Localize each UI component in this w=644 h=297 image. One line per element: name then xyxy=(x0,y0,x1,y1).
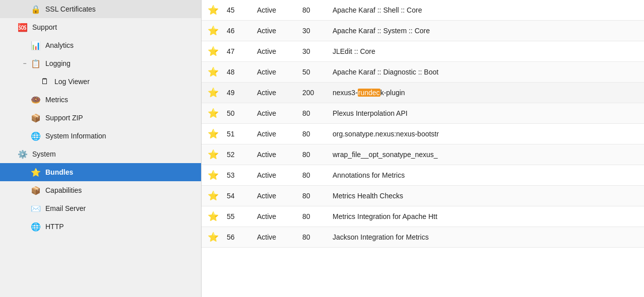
bundle-icon: ⭐ xyxy=(208,211,219,221)
bundle-icon: ⭐ xyxy=(208,108,219,118)
bundle-icon-cell: ⭐ xyxy=(202,186,221,206)
bundle-icon-cell: ⭐ xyxy=(202,83,221,103)
bundle-icon: ⭐ xyxy=(208,5,219,15)
bundle-level: 80 xyxy=(296,144,327,165)
bundle-icon: ⭐ xyxy=(208,88,219,98)
bundle-icon: ⭐ xyxy=(208,150,219,160)
sidebar-item-logging[interactable]: −📋Logging xyxy=(0,54,201,72)
expand-icon-logging[interactable]: − xyxy=(21,60,28,67)
support-icon: 🆘 xyxy=(17,22,28,33)
bundle-icon: ⭐ xyxy=(208,170,219,180)
bundle-icon: ⭐ xyxy=(208,46,219,56)
bundle-level: 200 xyxy=(296,83,327,103)
bundle-icon-cell: ⭐ xyxy=(202,165,221,186)
bundle-status: Active xyxy=(251,62,296,83)
sidebar-item-http[interactable]: 🌐HTTP xyxy=(0,217,201,236)
table-row[interactable]: ⭐54Active80Metrics Health Checks xyxy=(202,186,644,206)
bundle-icon-cell: ⭐ xyxy=(202,0,221,21)
metrics-icon: 🍩 xyxy=(30,94,41,105)
table-row[interactable]: ⭐47Active30JLEdit :: Core xyxy=(202,41,644,62)
bundle-name: org.sonatype.nexus:nexus-bootstr xyxy=(327,124,644,144)
capabilities-icon: 📦 xyxy=(30,185,41,196)
bundle-status: Active xyxy=(251,227,296,248)
table-row[interactable]: ⭐50Active80Plexus Interpolation API xyxy=(202,103,644,124)
bundle-icon-cell: ⭐ xyxy=(202,206,221,227)
bundle-name: JLEdit :: Core xyxy=(327,41,644,62)
bundle-id: 45 xyxy=(221,0,251,21)
sidebar-item-capabilities[interactable]: 📦Capabilities xyxy=(0,181,201,199)
table-row[interactable]: ⭐45Active80Apache Karaf :: Shell :: Core xyxy=(202,0,644,21)
bundle-icon: ⭐ xyxy=(208,129,219,139)
logging-icon: 📋 xyxy=(30,58,41,69)
analytics-icon: 📊 xyxy=(30,40,41,51)
sidebar-label-metrics: Metrics xyxy=(45,96,68,104)
bundle-icon-cell: ⭐ xyxy=(202,62,221,83)
bundle-name-after: k-plugin xyxy=(380,89,405,97)
sidebar-label-system: System xyxy=(32,150,56,158)
table-row[interactable]: ⭐51Active80org.sonatype.nexus:nexus-boot… xyxy=(202,124,644,144)
bundle-id: 51 xyxy=(221,124,251,144)
bundle-icon-cell: ⭐ xyxy=(202,227,221,248)
bundles-icon: ⭐ xyxy=(30,167,41,178)
bundle-level: 80 xyxy=(296,0,327,21)
table-row[interactable]: ⭐56Active80Jackson Integration for Metri… xyxy=(202,227,644,248)
table-row[interactable]: ⭐49Active200nexus3-rundeck-plugin xyxy=(202,83,644,103)
bundle-name: Apache Karaf :: System :: Core xyxy=(327,21,644,41)
sidebar-label-system-information: System Information xyxy=(45,132,106,140)
sidebar-item-support-zip[interactable]: 📦Support ZIP xyxy=(0,109,201,127)
bundle-status: Active xyxy=(251,165,296,186)
table-row[interactable]: ⭐52Active80wrap_file__opt_sonatype_nexus… xyxy=(202,144,644,165)
table-row[interactable]: ⭐48Active50Apache Karaf :: Diagnostic ::… xyxy=(202,62,644,83)
bundle-name: Jackson Integration for Metrics xyxy=(327,227,644,248)
sidebar-item-log-viewer[interactable]: 🗒Log Viewer xyxy=(0,72,201,91)
bundle-status: Active xyxy=(251,124,296,144)
bundle-level: 80 xyxy=(296,186,327,206)
sidebar-label-support: Support xyxy=(32,23,57,31)
bundle-level: 50 xyxy=(296,62,327,83)
bundle-level: 80 xyxy=(296,165,327,186)
sidebar-item-bundles[interactable]: ⭐Bundles xyxy=(0,163,201,181)
bundle-level: 30 xyxy=(296,21,327,41)
table-row[interactable]: ⭐55Active80Metrics Integration for Apach… xyxy=(202,206,644,227)
sidebar-item-support[interactable]: 🆘Support xyxy=(0,18,201,36)
ssl-certificates-icon: 🔒 xyxy=(30,4,41,15)
sidebar-label-ssl-certificates: SSL Certificates xyxy=(45,5,96,13)
sidebar-item-system-information[interactable]: 🌐System Information xyxy=(0,127,201,145)
bundle-status: Active xyxy=(251,103,296,124)
sidebar-item-metrics[interactable]: 🍩Metrics xyxy=(0,91,201,109)
bundle-id: 54 xyxy=(221,186,251,206)
sidebar-label-log-viewer: Log Viewer xyxy=(54,78,90,86)
bundle-icon-cell: ⭐ xyxy=(202,144,221,165)
bundle-name-highlight: rundec xyxy=(358,89,380,97)
sidebar-item-analytics[interactable]: 📊Analytics xyxy=(0,36,201,54)
bundle-status: Active xyxy=(251,186,296,206)
sidebar: 🔒SSL Certificates🆘Support📊Analytics−📋Log… xyxy=(0,0,202,297)
bundle-level: 80 xyxy=(296,227,327,248)
bundle-name: Metrics Integration for Apache Htt xyxy=(327,206,644,227)
bundle-id: 48 xyxy=(221,62,251,83)
bundles-table: ⭐45Active80Apache Karaf :: Shell :: Core… xyxy=(202,0,644,248)
bundle-icon: ⭐ xyxy=(208,191,219,201)
bundle-id: 49 xyxy=(221,83,251,103)
bundle-level: 30 xyxy=(296,41,327,62)
bundle-name-before: nexus3- xyxy=(333,89,358,97)
bundle-id: 55 xyxy=(221,206,251,227)
sidebar-item-email-server[interactable]: ✉️Email Server xyxy=(0,199,201,217)
sidebar-item-system[interactable]: ⚙️System xyxy=(0,145,201,163)
table-row[interactable]: ⭐46Active30Apache Karaf :: System :: Cor… xyxy=(202,21,644,41)
bundle-id: 47 xyxy=(221,41,251,62)
bundle-status: Active xyxy=(251,21,296,41)
sidebar-item-ssl-certificates[interactable]: 🔒SSL Certificates xyxy=(0,0,201,18)
sidebar-label-http: HTTP xyxy=(45,222,64,231)
main-content: ⭐45Active80Apache Karaf :: Shell :: Core… xyxy=(202,0,644,297)
bundle-id: 56 xyxy=(221,227,251,248)
sidebar-label-analytics: Analytics xyxy=(45,41,74,49)
bundle-id: 50 xyxy=(221,103,251,124)
table-row[interactable]: ⭐53Active80Annotations for Metrics xyxy=(202,165,644,186)
bundle-level: 80 xyxy=(296,206,327,227)
bundle-id: 52 xyxy=(221,144,251,165)
sidebar-label-bundles: Bundles xyxy=(45,168,73,176)
http-icon: 🌐 xyxy=(30,221,41,232)
bundle-icon: ⭐ xyxy=(208,232,219,242)
bundle-name: nexus3-rundeck-plugin xyxy=(327,83,644,103)
